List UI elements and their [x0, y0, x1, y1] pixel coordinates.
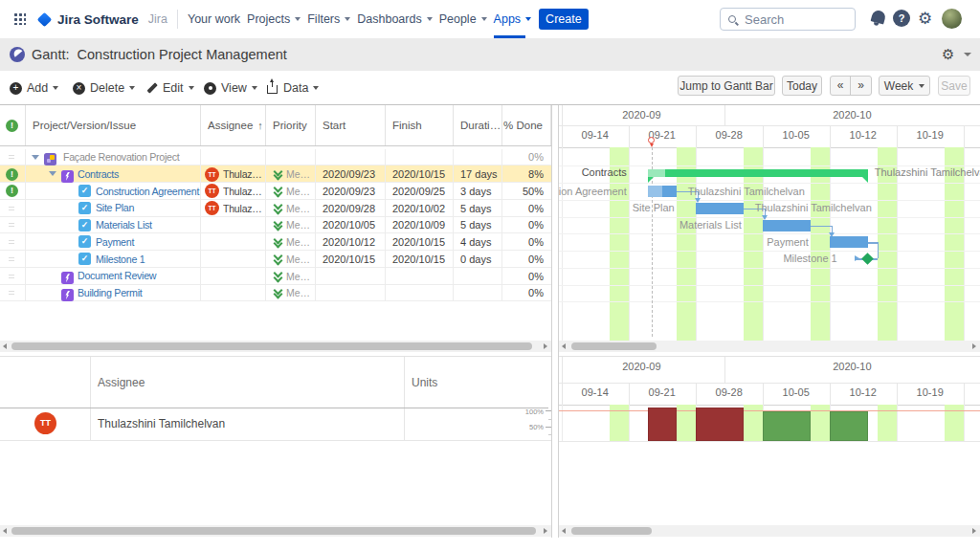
- row-gridline: [559, 285, 980, 286]
- nav-item-your-work[interactable]: Your work: [188, 0, 240, 38]
- panel-divider-left[interactable]: [551, 105, 552, 538]
- issue-name[interactable]: Construction Agreement: [96, 186, 199, 197]
- page-next-button[interactable]: »: [851, 77, 871, 95]
- change-type-icon: [61, 170, 74, 183]
- zoom-select[interactable]: Week: [879, 76, 930, 96]
- priority-cell: Medium: [266, 233, 316, 251]
- axis-tick: [546, 427, 551, 428]
- gantt-milestone[interactable]: [861, 253, 874, 266]
- week-boundary: [629, 125, 630, 147]
- nav-item-people[interactable]: People: [439, 0, 487, 38]
- gantt-bar-task[interactable]: [763, 220, 811, 231]
- scroll-right-icon[interactable]: [544, 343, 547, 349]
- toolbar-view-button[interactable]: View: [204, 78, 257, 98]
- table-row-site-plan[interactable]: ✓Site PlanTTThulazshini TamilchelvanMedi…: [0, 200, 551, 217]
- scroll-right-icon[interactable]: [972, 343, 976, 349]
- help-icon[interactable]: ?: [893, 10, 910, 27]
- scroll-left-icon[interactable]: [562, 528, 566, 534]
- table-row-payment[interactable]: ✓PaymentMedium2020/10/122020/10/154 days…: [0, 233, 551, 251]
- resources-table-hscrollbar[interactable]: [0, 525, 551, 537]
- save-button[interactable]: Save: [938, 76, 970, 96]
- resources-chart-hscrollbar[interactable]: [559, 525, 980, 537]
- allocation-bar-over[interactable]: [648, 408, 677, 441]
- today-button[interactable]: Today: [782, 76, 822, 96]
- issue-name[interactable]: Milestone 1: [96, 253, 145, 265]
- jira-logo-icon[interactable]: [37, 11, 53, 27]
- gantt-bar-summary[interactable]: [648, 169, 868, 177]
- gantt-bar-task[interactable]: [648, 186, 677, 197]
- settings-icon[interactable]: ⚙: [918, 9, 932, 28]
- assignee-avatar: TT: [205, 201, 219, 215]
- column-header-done[interactable]: % Done: [502, 105, 551, 146]
- issue-name[interactable]: Contracts: [78, 168, 119, 180]
- scroll-thumb[interactable]: [11, 342, 532, 350]
- table-row-construction-agreement[interactable]: !✓Construction AgreementTTThulazshini Ta…: [0, 183, 551, 200]
- expand-caret-icon[interactable]: [49, 171, 56, 176]
- today-marker-icon[interactable]: [648, 137, 655, 143]
- column-header-start[interactable]: Start: [316, 105, 386, 146]
- scroll-thumb[interactable]: [571, 342, 657, 350]
- scroll-right-icon[interactable]: [544, 528, 547, 534]
- issue-name[interactable]: Façade Renovation Project: [63, 151, 179, 163]
- done-cell: 0%: [502, 268, 551, 285]
- column-header-name[interactable]: Project/Version/Issue: [26, 105, 201, 146]
- jump-to-gantt-bar-button[interactable]: Jump to Gantt Bar: [678, 76, 775, 96]
- app-switcher-icon[interactable]: [14, 13, 26, 25]
- finish-cell: 2020/10/15: [386, 251, 454, 268]
- done-cell: 0%: [502, 217, 551, 234]
- table-row-fa-ade-renovation-project[interactable]: Façade Renovation Project0%: [0, 149, 551, 166]
- assignee-avatar: TT: [205, 184, 219, 198]
- issue-name[interactable]: Materials List: [96, 219, 152, 231]
- create-button[interactable]: Create: [539, 9, 589, 30]
- row-handle-icon: [9, 291, 14, 295]
- table-row-building-permit[interactable]: Building PermitMedium0%: [0, 285, 551, 302]
- column-header-assignee[interactable]: Assignee↑: [201, 105, 266, 146]
- table-row-document-review[interactable]: Document ReviewMedium0%: [0, 268, 551, 285]
- issue-name[interactable]: Site Plan: [96, 202, 134, 213]
- change-type-icon: [61, 289, 74, 301]
- expand-caret-icon[interactable]: [32, 155, 39, 160]
- toolbar-add-button[interactable]: +Add: [10, 78, 58, 98]
- issue-name[interactable]: Payment: [96, 236, 134, 248]
- scroll-thumb[interactable]: [571, 527, 652, 535]
- table-row-materials-list[interactable]: ✓Materials ListMedium2020/10/052020/10/0…: [0, 217, 551, 234]
- allocation-bar-over[interactable]: [696, 408, 744, 441]
- month-label: 2020-10: [724, 361, 980, 372]
- nav-item-dashboards[interactable]: Dashboards: [357, 0, 432, 38]
- allocation-bar-full[interactable]: [830, 411, 868, 441]
- column-header-priority[interactable]: Priority: [266, 105, 316, 146]
- page-prev-button[interactable]: «: [831, 77, 851, 95]
- table-row-milestone-1[interactable]: ✓Milestone 1Medium2020/10/152020/10/150 …: [0, 251, 551, 268]
- column-header-duration[interactable]: Duration: [454, 105, 502, 146]
- scroll-right-icon[interactable]: [972, 528, 976, 534]
- gantt-hscrollbar[interactable]: [559, 341, 980, 352]
- toolbar-delete-button[interactable]: ×Delete: [73, 78, 135, 98]
- row-handle-icon: [9, 207, 14, 210]
- gantt-settings-caret-icon[interactable]: [964, 53, 971, 56]
- column-header-finish[interactable]: Finish: [386, 105, 454, 146]
- gantt-bar-task[interactable]: [830, 236, 868, 248]
- gantt-settings-icon[interactable]: ⚙: [942, 46, 954, 63]
- issue-cell: ✓Construction Agreement: [26, 183, 201, 200]
- scroll-left-icon[interactable]: [562, 343, 566, 349]
- nav-item-projects[interactable]: Projects: [247, 0, 301, 38]
- column-header-status[interactable]: !: [0, 105, 26, 146]
- duration-cell: 0 days: [454, 251, 502, 268]
- toolbar-data-button[interactable]: Data: [266, 78, 319, 98]
- table-row-contracts[interactable]: !ContractsTTThulazshini TamilchelvanMedi…: [0, 165, 551, 183]
- issue-name[interactable]: Building Permit: [78, 287, 142, 298]
- user-avatar[interactable]: [942, 9, 962, 29]
- nav-item-filters[interactable]: Filters: [307, 0, 350, 38]
- table-hscrollbar[interactable]: [0, 341, 551, 352]
- nav-item-apps[interactable]: Apps: [494, 0, 532, 38]
- scroll-left-icon[interactable]: [3, 528, 7, 534]
- search-input[interactable]: Search: [720, 8, 856, 31]
- toolbar-edit-button[interactable]: Edit: [145, 78, 194, 98]
- scroll-left-icon[interactable]: [3, 343, 7, 349]
- issue-name[interactable]: Document Review: [78, 270, 156, 281]
- brand-title[interactable]: Jira Software: [57, 12, 139, 27]
- month-boundary: [724, 357, 725, 383]
- gantt-bar-task[interactable]: [696, 203, 744, 214]
- allocation-bar-full[interactable]: [763, 411, 811, 441]
- scroll-thumb[interactable]: [11, 527, 536, 535]
